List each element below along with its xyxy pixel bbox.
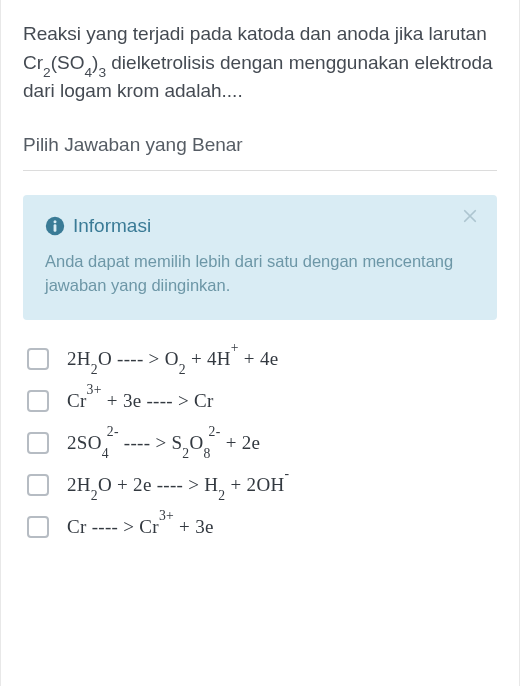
- option-b[interactable]: Cr3+ + 3e ---- > Cr: [27, 390, 497, 412]
- q-sub: 4: [84, 65, 92, 80]
- checkbox-d[interactable]: [27, 474, 49, 496]
- option-e-label: Cr ---- > Cr3+ + 3e: [67, 516, 214, 538]
- instruction-label: Pilih Jawaban yang Benar: [23, 134, 497, 171]
- checkbox-c[interactable]: [27, 432, 49, 454]
- info-panel: Informasi Anda dapat memilih lebih dari …: [23, 195, 497, 321]
- info-icon: [45, 216, 65, 236]
- option-a[interactable]: 2H2O ---- > O2 + 4H+ + 4e: [27, 348, 497, 370]
- q-sub: 3: [98, 65, 106, 80]
- q-sub: 2: [43, 65, 51, 80]
- option-d[interactable]: 2H2O + 2e ---- > H2 + 2OH-: [27, 474, 497, 496]
- checkbox-a[interactable]: [27, 348, 49, 370]
- options-list: 2H2O ---- > O2 + 4H+ + 4e Cr3+ + 3e ----…: [23, 348, 497, 538]
- svg-rect-2: [54, 224, 57, 232]
- option-b-label: Cr3+ + 3e ---- > Cr: [67, 390, 214, 412]
- info-title: Informasi: [73, 215, 151, 237]
- option-d-label: 2H2O + 2e ---- > H2 + 2OH-: [67, 474, 289, 496]
- option-c-label: 2SO42- ---- > S2O82- + 2e: [67, 432, 260, 454]
- q-frag: (SO: [51, 52, 85, 73]
- checkbox-e[interactable]: [27, 516, 49, 538]
- option-e[interactable]: Cr ---- > Cr3+ + 3e: [27, 516, 497, 538]
- option-c[interactable]: 2SO42- ---- > S2O82- + 2e: [27, 432, 497, 454]
- svg-point-1: [54, 220, 57, 223]
- info-text: Anda dapat memilih lebih dari satu denga…: [45, 249, 475, 299]
- close-icon[interactable]: [463, 209, 481, 227]
- option-a-label: 2H2O ---- > O2 + 4H+ + 4e: [67, 348, 278, 370]
- checkbox-b[interactable]: [27, 390, 49, 412]
- question-text: Reaksi yang terjadi pada katoda dan anod…: [23, 20, 497, 106]
